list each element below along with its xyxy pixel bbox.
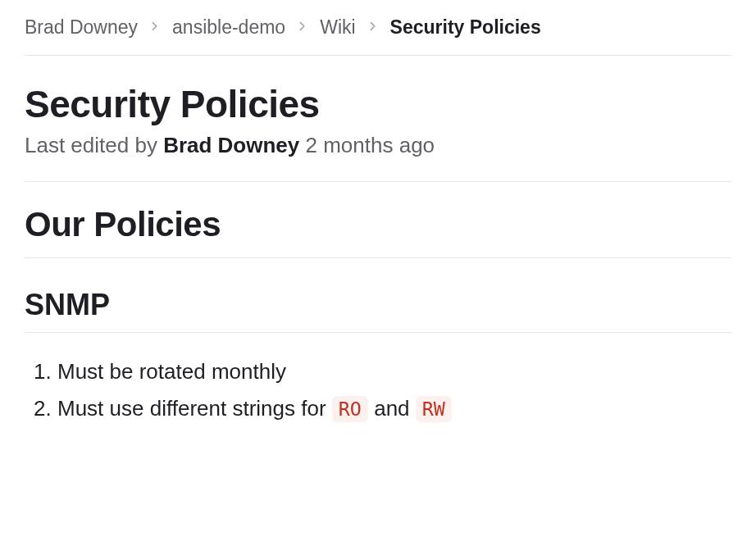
code-rw: RW [416,396,452,422]
page-title: Security Policies [25,82,731,126]
chevron-right-icon [149,19,161,36]
policy-list: Must be rotated monthly Must use differe… [25,356,731,425]
chevron-right-icon [297,19,308,36]
breadcrumb-wiki[interactable]: Wiki [320,16,355,39]
last-edited-meta: Last edited by Brad Downey 2 months ago [25,133,731,158]
author-name[interactable]: Brad Downey [163,133,299,157]
list-item: Must use different strings for RO and RW [57,393,731,425]
section-heading-snmp: SNMP [25,288,731,333]
meta-prefix: Last edited by [25,133,163,157]
breadcrumb-current: Security Policies [390,16,541,39]
section-heading-policies: Our Policies [25,205,731,258]
breadcrumb-user[interactable]: Brad Downey [25,16,138,39]
breadcrumb: Brad Downey ansible-demo Wiki Security P… [25,16,731,56]
page-header: Security Policies Last edited by Brad Do… [25,82,731,182]
list-item-text: and [368,396,416,421]
list-item: Must be rotated monthly [57,356,731,388]
chevron-right-icon [367,19,379,36]
breadcrumb-project[interactable]: ansible-demo [172,16,285,39]
meta-time: 2 months ago [299,133,435,157]
code-ro: RO [332,396,368,422]
list-item-text: Must use different strings for [57,396,332,421]
